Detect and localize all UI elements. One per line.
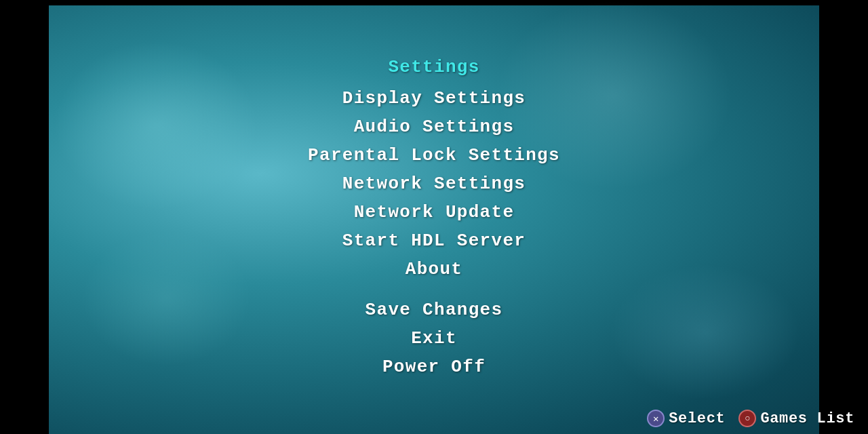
bottom-controls: ✕ Select ○ Games List [647, 410, 854, 427]
menu-title: Settings [374, 53, 493, 81]
menu-item-save-changes[interactable]: Save Changes [352, 296, 517, 324]
games-list-label: Games List [760, 410, 854, 427]
menu-item-audio-settings[interactable]: Audio Settings [340, 113, 528, 141]
menu-item-start-hdl-server[interactable]: Start HDL Server [329, 226, 539, 255]
circle-button-icon: ○ [738, 410, 756, 427]
select-label: Select [669, 410, 725, 427]
games-list-hint: ○ Games List [738, 410, 854, 427]
x-button-icon: ✕ [647, 410, 665, 427]
select-hint: ✕ Select [647, 410, 725, 427]
menu-item-exit[interactable]: Exit [397, 324, 471, 353]
menu-item-parental-lock-settings[interactable]: Parental Lock Settings [294, 141, 574, 170]
menu-item-display-settings[interactable]: Display Settings [329, 84, 539, 113]
menu-item-network-settings[interactable]: Network Settings [329, 170, 539, 198]
menu-item-power-off[interactable]: Power Off [369, 353, 499, 381]
menu-item-about[interactable]: About [392, 255, 477, 283]
main-menu: Settings Display Settings Audio Settings… [294, 53, 574, 381]
menu-item-network-update[interactable]: Network Update [340, 198, 528, 226]
